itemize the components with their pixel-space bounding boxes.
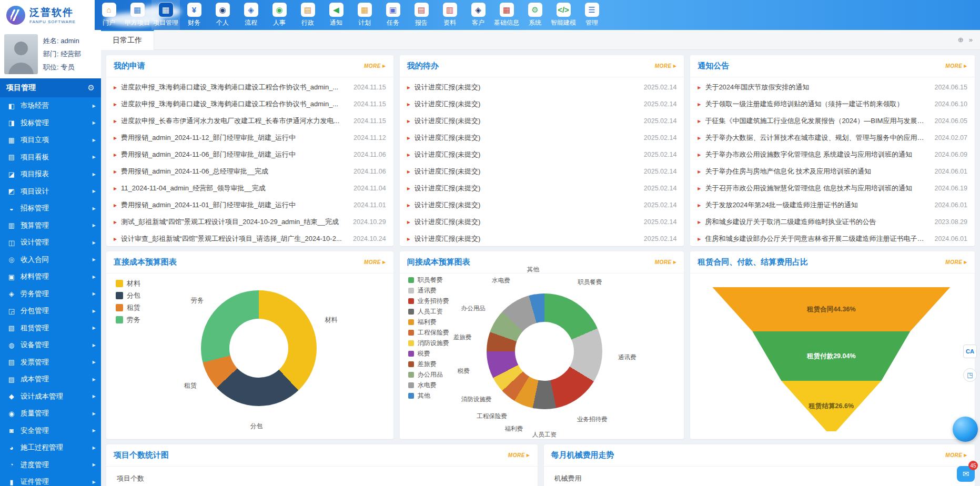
list-item[interactable]: ▸ 费用报销_admin_2024-11-12_部门经理审批_胡建_运行中 20… [114, 129, 386, 146]
list-item[interactable]: ▸ 设计进度汇报(未提交) 2025.02.14 [407, 163, 677, 180]
legend-item: 职员餐费 [408, 276, 449, 285]
app-logo[interactable]: 泛普软件 FANPU SOFTWARE [0, 0, 95, 30]
list-item[interactable]: ▸ 设计进度汇报(未提交) 2025.02.14 [407, 113, 677, 129]
sidebar-menu-item[interactable]: ◙ 安全管理 ▶ [0, 422, 101, 440]
list-item[interactable]: ▸ 关于举办住房与房地产信息化 技术及应用培训班的通知 2024.06.01 [698, 163, 967, 180]
sidebar-menu-item[interactable]: ◈ 劳务管理 ▶ [0, 286, 101, 303]
list-item[interactable]: ▸ 关于发放2024年第24批一级建造师注册证书的通知 2024.06.01 [698, 197, 967, 214]
sidebar-menu-item[interactable]: ▣ 材料管理 ▶ [0, 268, 101, 286]
assistant-button[interactable] [953, 417, 978, 442]
nav-item[interactable]: ▣ 任务 [379, 0, 407, 30]
list-item[interactable]: ▸ 设计审查_彭祖新城“四馆”景观工程设计项目_请选择_胡广生_2024-10-… [114, 230, 386, 246]
sidebar-menu-item[interactable]: ▧ 租赁管理 ▶ [0, 320, 101, 337]
legend-swatch [408, 351, 414, 357]
list-item[interactable]: ▸ 住房和城乡建设部办公厅关于同意吉林省开展二级建造师注册证书电子化试点... … [698, 230, 967, 246]
bullet-icon: ▸ [407, 218, 410, 226]
sidebar-menu-item[interactable]: ◔ 进度管理 ▶ [0, 457, 101, 474]
collapse-icon[interactable]: » [969, 36, 973, 44]
list-item[interactable]: ▸ 11_2024-11-04_admin_经营部_领导审批__完成 2024.… [114, 180, 386, 197]
sidebar-menu-item[interactable]: ◧ 市场经营 ▶ [0, 97, 101, 115]
sidebar-menu-item[interactable]: ◉ 质量管理 ▶ [0, 405, 101, 422]
nav-item[interactable]: ◉ 个人 [208, 0, 237, 30]
qr-widget[interactable]: ◳ [963, 368, 977, 382]
more-link[interactable]: MORE▶ [945, 63, 967, 69]
more-link[interactable]: MORE▶ [508, 452, 530, 458]
nav-icon: ▤ [301, 3, 315, 17]
list-item[interactable]: ▸ 关于举办大数据、云计算技术在城市建设、规划、管理与服务中的应用培训班... … [698, 129, 967, 146]
indirect-cost-donut: 职员餐费通讯费业务招待费人员工资福利费工程保险费消防设施费税费差旅费办公用品水电… [487, 293, 602, 409]
nav-item[interactable]: ▦ 计划 [350, 0, 379, 30]
more-link[interactable]: MORE▶ [655, 63, 677, 69]
nav-icon: ▤ [415, 3, 429, 17]
nav-item[interactable]: ◈ 流程 [237, 0, 265, 30]
item-date: 2024.06.05 [934, 117, 967, 125]
legend-swatch [408, 340, 414, 346]
more-link[interactable]: MORE▶ [945, 452, 967, 458]
more-link[interactable]: MORE▶ [655, 259, 677, 265]
nav-item[interactable]: ▦ 基础信息 [492, 0, 521, 30]
list-item[interactable]: ▸ 关于召开市政公用设施智慧化管理信息 信息技术与应用培训班的通知 2024.0… [698, 180, 967, 197]
settings-gear-icon[interactable]: ⚙ [88, 83, 95, 93]
more-link[interactable]: MORE▶ [364, 259, 386, 265]
more-link[interactable]: MORE▶ [945, 259, 967, 265]
list-item[interactable]: ▸ 设计进度汇报(未提交) 2025.02.14 [407, 79, 677, 96]
list-item[interactable]: ▸ 进度款申报_珠海鹤港口建设_珠海鹤港口建设工程合作协议书_admin_...… [114, 96, 386, 113]
list-item[interactable]: ▸ 设计进度汇报(未提交) 2025.02.14 [407, 96, 677, 113]
sidebar-menu-item[interactable]: ◨ 投标管理 ▶ [0, 115, 101, 132]
list-item[interactable]: ▸ 关于举办市政公用设施数字化管理信息 系统建设与应用培训班的通知 2024.0… [698, 146, 967, 163]
sidebar-menu-item[interactable]: ◫ 设计管理 ▶ [0, 234, 101, 251]
tab-daily-work[interactable]: 日常工作 [101, 30, 154, 50]
sidebar-menu-item[interactable]: ◕ 施工过程管理 ▶ [0, 439, 101, 457]
nav-item[interactable]: ▥ 资料 [436, 0, 464, 30]
nav-item[interactable]: ¥ 财务 [180, 0, 208, 30]
nav-item[interactable]: ▤ 报告 [407, 0, 436, 30]
sidebar-menu-item[interactable]: ◆ 设计成本管理 ▶ [0, 388, 101, 406]
list-item[interactable]: ▸ 设计进度汇报(未提交) 2025.02.14 [407, 197, 677, 214]
nav-item[interactable]: ▤ 行政 [294, 0, 322, 30]
list-item[interactable]: ▸ 费用报销_admin_2024-11-01_部门经理审批_胡建_运行中 20… [114, 197, 386, 214]
chevron-right-icon: ▶ [93, 343, 96, 348]
list-item[interactable]: ▸ 于征集《中国建筑施工行业信息化发展报告（2024）—BIM应用与发展》材料.… [698, 113, 967, 129]
list-item[interactable]: ▸ 进度款申报_珠海鹤港口建设_珠海鹤港口建设工程合作协议书_admin_...… [114, 79, 386, 96]
list-item[interactable]: ▸ 关于2024年国庆节放假安排的通知 2024.06.15 [698, 79, 967, 96]
item-text: 关于举办大数据、云计算技术在城市建设、规划、管理与服务中的应用培训班... [705, 133, 930, 143]
sidebar-menu-item[interactable]: ▦ 项目立项 ▶ [0, 131, 101, 149]
sidebar-menu-item[interactable]: ▤ 项目看板 ▶ [0, 149, 101, 166]
list-item[interactable]: ▸ 关于领取一级注册建造师培训贴的通知（须持一建证书前来领取） 2024.06.… [698, 96, 967, 113]
chevron-right-icon: ▶ [93, 411, 96, 416]
list-item[interactable]: ▸ 设计进度汇报(未提交) 2025.02.14 [407, 230, 677, 246]
list-item[interactable]: ▸ 设计进度汇报(未提交) 2025.02.14 [407, 146, 677, 163]
key-icon[interactable]: ⊕ [958, 36, 964, 44]
list-item[interactable]: ▸ 设计进度汇报(未提交) 2025.02.14 [407, 180, 677, 197]
sidebar-menu-item[interactable]: ◒ 招标管理 ▶ [0, 200, 101, 217]
list-item[interactable]: ▸ 房和城乡建设厅关于取消二级建造师临时执业证书的公告 2023.08.29 [698, 214, 967, 230]
nav-item[interactable]: ▦ 甲方项目 [123, 0, 151, 30]
sidebar-menu-item[interactable]: ◪ 项目报表 ▶ [0, 166, 101, 183]
sidebar-menu-item[interactable]: ◩ 项目设计 ▶ [0, 183, 101, 200]
nav-item[interactable]: ▦ 项目管理 [151, 0, 180, 30]
sidebar-menu-item[interactable]: ◲ 分包管理 ▶ [0, 302, 101, 320]
sidebar-menu-item[interactable]: ◎ 收入合同 ▶ [0, 251, 101, 269]
sidebar-menu-item[interactable]: ▨ 成本管理 ▶ [0, 371, 101, 388]
sidebar-menu-item[interactable]: ▥ 预算管理 ▶ [0, 217, 101, 235]
menu-item-label: 材料管理 [21, 272, 88, 281]
list-item[interactable]: ▸ 设计进度汇报(未提交) 2025.02.14 [407, 129, 677, 146]
sidebar-menu-item[interactable]: ▤ 发票管理 ▶ [0, 354, 101, 371]
nav-item[interactable]: ◉ 人事 [265, 0, 294, 30]
more-link[interactable]: MORE▶ [364, 63, 386, 69]
ca-cert-widget[interactable]: CA [963, 345, 977, 358]
list-item[interactable]: ▸ 设计进度汇报(未提交) 2025.02.14 [407, 214, 677, 230]
nav-item[interactable]: ⚙ 系统 [521, 0, 549, 30]
list-item[interactable]: ▸ 测试_彭祖新城“四馆”景观工程设计项目_2024-10-29_admin_结… [114, 214, 386, 230]
list-item[interactable]: ▸ 费用报销_admin_2024-11-06_总经理审批__完成 2024.1… [114, 163, 386, 180]
nav-item[interactable]: ⌂ 门户 [95, 0, 123, 30]
nav-item[interactable]: ☰ 管理 [578, 0, 606, 30]
list-item[interactable]: ▸ 费用报销_admin_2024-11-06_部门经理审批_胡建_运行中 20… [114, 146, 386, 163]
legend-swatch [408, 319, 414, 325]
nav-item[interactable]: ◈ 客户 [464, 0, 492, 30]
sidebar-menu-item[interactable]: ▮ 证件管理 ▶ [0, 473, 101, 486]
nav-item[interactable]: </> 智能建模 [549, 0, 578, 30]
nav-item[interactable]: ◀ 通知 [322, 0, 350, 30]
list-item[interactable]: ▸ 进度款申报_长春市伊通河水力发电厂改建工程_长春市伊通河水力发电... 20… [114, 113, 386, 129]
sidebar-menu-item[interactable]: ◍ 设备管理 ▶ [0, 337, 101, 354]
